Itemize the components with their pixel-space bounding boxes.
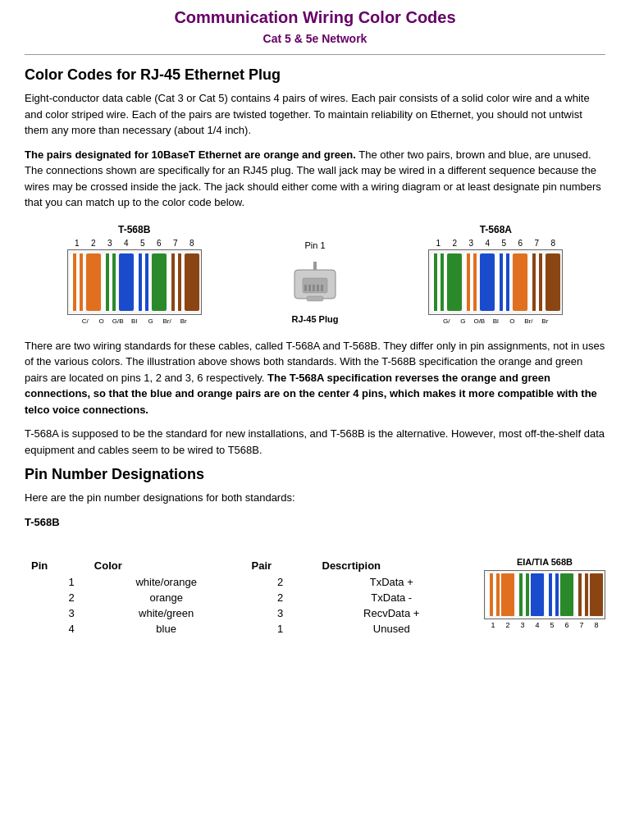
rj45-plug-label: RJ-45 Plug <box>292 314 339 324</box>
a-pin-num-5: 5 <box>496 239 511 248</box>
rj45-plug-illustration <box>286 253 344 311</box>
t568b-color-labels: C/ O G/B Bl G Br/ Br <box>78 317 191 325</box>
table-cell-desc: RecvData + <box>316 605 468 621</box>
a-wire-7-white-brown <box>529 253 544 311</box>
svg-rect-3 <box>308 285 311 291</box>
t568b-pin-numbers: 1 2 3 4 5 6 7 8 <box>70 239 199 248</box>
table-cell-pin: 2 <box>25 590 88 605</box>
table-cell-pair: 3 <box>245 605 316 621</box>
table-cell-color: white/green <box>88 605 245 621</box>
svg-rect-7 <box>307 296 323 301</box>
table-row: 1white/orange2TxData + <box>25 574 468 590</box>
svg-rect-4 <box>313 285 315 291</box>
eia-wire-7 <box>575 573 588 616</box>
a-label-ob: O/B <box>472 317 486 325</box>
col-desc: Descrtipion <box>316 557 468 574</box>
t568b-sub-label: T-568B <box>25 516 60 528</box>
a-wire-1-white-green <box>431 253 445 311</box>
table-cell-pin: 1 <box>25 574 88 590</box>
a-label-br-: Br/ <box>521 317 536 325</box>
a-wire-6-orange <box>513 253 527 311</box>
table-cell-pin: 3 <box>25 605 88 621</box>
a-wire-4-blue <box>480 253 495 311</box>
pin-table-container: Pin Color Pair Descrtipion 1white/orange… <box>25 557 468 645</box>
table-row: 3white/green3RecvData + <box>25 605 468 621</box>
pin-num-6: 6 <box>152 239 167 248</box>
t568b-diagram: T-568B 1 2 3 4 5 6 7 8 C/ O G/B Bl G <box>67 224 202 325</box>
eia-wire-4 <box>531 573 544 616</box>
label-c: C/ <box>78 317 93 325</box>
svg-rect-6 <box>321 285 323 291</box>
wiring-diagrams-area: T-568B 1 2 3 4 5 6 7 8 C/ O G/B Bl G <box>25 224 605 325</box>
a-pin-num-1: 1 <box>431 239 445 248</box>
divider <box>25 54 605 55</box>
a-label-g: G <box>455 317 470 325</box>
a-label-g-: G/ <box>439 317 454 325</box>
eia-wire-3 <box>516 573 529 616</box>
eia-wire-5 <box>546 573 559 616</box>
a-pin-num-2: 2 <box>447 239 462 248</box>
eia-pin-3: 3 <box>516 621 529 629</box>
table-cell-desc: Unused <box>316 621 468 637</box>
section1-heading: Color Codes for RJ-45 Ethernet Plug <box>25 66 605 84</box>
eia-pin-5: 5 <box>546 621 559 629</box>
eia-pin-8: 8 <box>590 621 603 629</box>
table-cell-pair: 2 <box>245 574 316 590</box>
a-label-bl: Bl <box>488 317 503 325</box>
col-pair: Pair <box>245 557 316 574</box>
rj45-plug-area: Pin 1 RJ-45 Plug <box>286 224 344 324</box>
page-title: Communication Wiring Color Codes <box>25 8 605 27</box>
eia-pin-numbers: 12345678 <box>486 621 603 629</box>
section1-para1: Eight-conductor data cable (Cat 3 or Cat… <box>25 90 605 139</box>
a-pin-num-4: 4 <box>480 239 495 248</box>
a-wire-8-brown <box>546 253 560 311</box>
pin-table: Pin Color Pair Descrtipion 1white/orange… <box>25 557 468 637</box>
pin-num-5: 5 <box>135 239 150 248</box>
table-cell-pair: 1 <box>245 621 316 637</box>
wire-4-blue <box>119 253 134 311</box>
eia-wire-8 <box>590 573 603 616</box>
t568b-wire-block <box>67 249 202 315</box>
section2-intro: Here are the pin number designations for… <box>25 490 605 506</box>
col-pin: Pin <box>25 557 88 574</box>
a-wire-5-white-blue <box>496 253 511 311</box>
section2-heading: Pin Number Designations <box>25 466 605 483</box>
a-wire-3-white-orange <box>463 253 478 311</box>
label-bl: Bl <box>127 317 142 325</box>
wire-5-white-blue <box>135 253 150 311</box>
eia-label: EIA/TIA 568B <box>517 557 573 567</box>
pin-num-2: 2 <box>86 239 101 248</box>
a-wire-2-green <box>447 253 462 311</box>
table-cell-pin: 4 <box>25 621 88 637</box>
t568a-color-labels: G/ G O/B Bl O Br/ Br <box>439 317 552 325</box>
wire-3-white-green <box>103 253 117 311</box>
pin-num-8: 8 <box>185 239 199 248</box>
wire-2-orange <box>86 253 101 311</box>
svg-rect-5 <box>317 285 319 291</box>
wire-8-brown <box>185 253 199 311</box>
eia-wire-2 <box>501 573 514 616</box>
table-cell-pair: 2 <box>245 590 316 605</box>
svg-rect-2 <box>304 285 307 291</box>
section1-para4: T-568A is supposed to be the standard fo… <box>25 426 605 458</box>
para2-bold-text: The pairs designated for 10BaseT Etherne… <box>25 148 356 161</box>
eia-pin-7: 7 <box>575 621 588 629</box>
eia-pin-1: 1 <box>486 621 500 629</box>
pin-num-4: 4 <box>119 239 134 248</box>
pin-num-3: 3 <box>103 239 117 248</box>
eia-diagram: EIA/TIA 568B 12345678 <box>484 557 605 629</box>
t568b-label: T-568B <box>118 224 150 235</box>
t568a-label: T-568A <box>480 224 512 235</box>
eia-pin-6: 6 <box>560 621 573 629</box>
wire-7-white-brown <box>168 253 183 311</box>
table-cell-desc: TxData - <box>316 590 468 605</box>
eia-wire-block <box>484 570 605 619</box>
page-subtitle: Cat 5 & 5e Network <box>25 30 605 48</box>
label-gb: G/B <box>111 317 126 325</box>
a-pin-num-7: 7 <box>529 239 544 248</box>
t568a-wire-block <box>428 249 563 315</box>
wire-6-green <box>152 253 167 311</box>
eia-wire-6 <box>560 573 573 616</box>
table-row: 4blue1Unused <box>25 621 468 637</box>
t568a-diagram: T-568A 1 2 3 4 5 6 7 8 G/ G O/B Bl O <box>428 224 563 325</box>
